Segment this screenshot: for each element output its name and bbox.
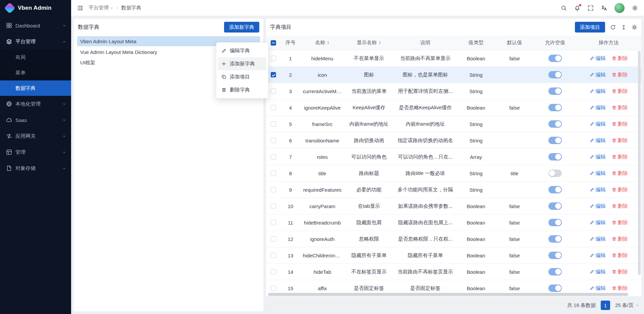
fullscreen-button[interactable] [588,5,594,11]
delete-button[interactable]: 删除 [612,252,628,259]
edit-button[interactable]: 编辑 [590,187,606,193]
search-button[interactable] [561,5,567,11]
edit-button[interactable]: 编辑 [590,88,606,95]
context-menu-item[interactable]: 添加项目 [218,70,266,83]
row-checkbox[interactable] [271,121,276,127]
edit-button[interactable]: 编辑 [590,137,606,144]
refresh-button[interactable] [610,24,616,30]
app-logo[interactable]: Vben Admin [0,0,71,16]
context-menu-item[interactable]: 删除字典 [218,83,266,97]
cell-description: 多个功能间用英文，分隔 [393,187,457,193]
delete-button[interactable]: 删除 [612,137,628,144]
delete-button[interactable]: 删除 [612,55,628,62]
allow-empty-toggle[interactable] [548,252,562,259]
row-checkbox[interactable] [271,269,276,274]
allow-empty-toggle[interactable] [548,235,562,243]
sidebar-subitem[interactable]: 布局 [0,50,71,65]
allow-empty-toggle[interactable] [548,120,562,128]
row-checkbox[interactable] [271,286,276,291]
context-menu-item[interactable]: 添加新字典 [218,57,266,70]
delete-button[interactable]: 删除 [612,121,628,127]
edit-button[interactable]: 编辑 [590,285,606,292]
delete-button[interactable]: 删除 [612,88,628,95]
edit-button[interactable]: 编辑 [590,121,606,127]
sort-icon[interactable]: ▲▼ [327,41,330,45]
delete-button[interactable]: 删除 [612,154,628,160]
allow-empty-toggle[interactable] [548,153,562,161]
header-cell[interactable]: 名称▲▼ [300,40,344,46]
bell-button[interactable] [574,5,580,11]
delete-button[interactable]: 删除 [612,187,628,193]
allow-empty-toggle[interactable] [548,55,562,62]
allow-empty-toggle[interactable] [548,268,562,275]
gear-button[interactable] [632,24,637,30]
edit-button[interactable]: 编辑 [590,55,606,62]
row-checkbox[interactable] [271,171,276,176]
select-all-checkbox[interactable] [271,40,276,46]
allow-empty-toggle[interactable] [548,137,562,144]
delete-button[interactable]: 删除 [612,72,628,78]
pagination-page-button[interactable]: 1 [601,301,610,310]
row-checkbox[interactable] [271,56,276,61]
edit-button[interactable]: 编辑 [590,105,606,111]
sidebar-subitem[interactable]: 数据字典 [0,80,71,96]
sidebar-item[interactable]: Dashboard [0,17,71,34]
allow-empty-toggle[interactable] [548,87,562,95]
row-checkbox[interactable] [271,220,276,225]
edit-button[interactable]: 编辑 [590,203,606,209]
add-item-button[interactable]: 添加项目 [575,22,605,33]
header-cell[interactable]: 显示名称▲▼ [344,40,393,46]
table-vertical-scrollbar[interactable] [638,51,641,292]
allow-empty-toggle[interactable] [548,285,562,292]
row-checkbox[interactable] [271,72,276,77]
translate-button[interactable] [601,5,607,11]
row-height-button[interactable] [621,24,627,30]
edit-button[interactable]: 编辑 [590,170,606,177]
delete-button[interactable]: 删除 [612,269,628,275]
sidebar-item[interactable]: 平台管理 [0,34,71,50]
context-menu-item[interactable]: 编辑字典 [218,44,266,57]
table-horizontal-scrollbar[interactable] [268,293,639,296]
allow-empty-toggle[interactable] [548,104,562,111]
row-checkbox[interactable] [271,203,276,209]
horizontal-scrollbar-thumb[interactable] [268,293,628,296]
row-checkbox[interactable] [271,88,276,94]
sidebar-item[interactable]: 应用网关 [0,128,71,144]
page-size-select[interactable]: 25 条/页 [615,302,639,309]
allow-empty-toggle[interactable] [548,71,562,78]
delete-button[interactable]: 删除 [612,236,628,242]
sidebar-item[interactable]: Saas [0,112,71,128]
edit-button[interactable]: 编辑 [590,236,606,242]
edit-button[interactable]: 编辑 [590,154,606,160]
row-checkbox[interactable] [271,105,276,110]
sidebar-item[interactable]: 管理 [0,144,71,160]
allow-empty-toggle[interactable] [548,186,562,193]
breadcrumb-section[interactable]: 平台管理 [89,5,114,11]
edit-button[interactable]: 编辑 [590,219,606,226]
user-avatar[interactable] [614,3,625,13]
delete-button[interactable]: 删除 [612,285,628,292]
row-checkbox[interactable] [271,253,276,258]
row-checkbox[interactable] [271,138,276,143]
row-checkbox[interactable] [271,154,276,160]
sort-icon[interactable]: ▲▼ [379,41,381,45]
edit-button[interactable]: 编辑 [590,252,606,259]
row-checkbox[interactable] [271,187,276,192]
vertical-scrollbar-thumb[interactable] [638,51,641,275]
allow-empty-toggle[interactable] [548,202,562,210]
allow-empty-toggle[interactable] [548,170,562,177]
delete-button[interactable]: 删除 [612,105,628,111]
sidebar-item[interactable]: 对象存储 [0,160,71,176]
edit-button[interactable]: 编辑 [590,269,606,275]
add-dictionary-button[interactable]: 添加新字典 [224,22,259,33]
sidebar-item[interactable]: 本地化管理 [0,96,71,112]
edit-button[interactable]: 编辑 [590,72,606,78]
delete-button[interactable]: 删除 [612,203,628,209]
delete-button[interactable]: 删除 [612,170,628,177]
settings-button[interactable] [632,5,638,11]
sidebar-subitem[interactable]: 菜单 [0,65,71,80]
delete-button[interactable]: 删除 [612,219,628,226]
collapse-sidebar-button[interactable] [77,5,83,11]
allow-empty-toggle[interactable] [548,219,562,226]
row-checkbox[interactable] [271,236,276,242]
